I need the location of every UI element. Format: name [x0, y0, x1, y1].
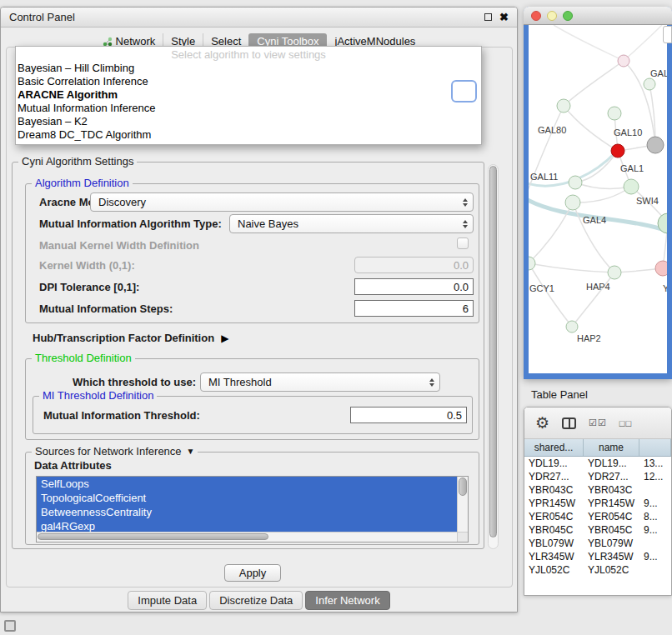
combo-arrows-icon: [429, 378, 434, 387]
table-cell: YER054C: [584, 510, 639, 523]
network-node[interactable]: [569, 176, 582, 189]
mi-threshold-field[interactable]: 0.5: [350, 407, 467, 423]
list-horizontal-scrollbar[interactable]: [37, 532, 457, 542]
mi-algorithm-type-value: Naive Bayes: [238, 218, 298, 230]
mi-threshold-definition-group: MI Threshold Definition Mutual Informati…: [33, 396, 473, 434]
list-item-selfloops[interactable]: SelfLoops: [37, 477, 457, 491]
settings-scrollbar[interactable]: [488, 164, 499, 549]
column-header-2[interactable]: [639, 439, 671, 456]
network-canvas[interactable]: GALGAL80GAL10GAL11GAL1SWI4GAL4GCY1HAP4HA…: [529, 25, 667, 373]
network-toolbar-fragment: [663, 26, 672, 43]
table-cell: 8...: [639, 510, 671, 523]
list-item-gal4rgexp[interactable]: gal4RGexp: [37, 519, 457, 532]
network-node[interactable]: [608, 266, 621, 279]
tab-discretize-data[interactable]: Discretize Data: [209, 591, 303, 610]
node-label: GAL4: [583, 215, 606, 225]
dropdown-item-bayesian-k2[interactable]: Bayesian – K2: [16, 115, 481, 128]
table-row[interactable]: YER054CYER054C8...: [524, 510, 671, 523]
data-attributes-listbox[interactable]: SelfLoopsTopologicalCoefficientBetweenne…: [36, 476, 469, 542]
minimized-panel-icon[interactable]: [4, 620, 16, 632]
table-cell: YBR043C: [584, 483, 639, 497]
table-cell: 13...: [639, 457, 671, 470]
hub-definition-label: Hub/Transcription Factor Definition: [33, 332, 214, 344]
network-node[interactable]: [624, 179, 639, 194]
hub-definition-toggle[interactable]: Hub/Transcription Factor Definition ▶: [33, 332, 228, 344]
network-edge: [529, 263, 572, 327]
kernel-width-field[interactable]: 0.0: [354, 257, 474, 273]
table-row[interactable]: YBL079WYBL079W: [524, 537, 671, 550]
table-cell: YBR043C: [524, 483, 584, 497]
table-row[interactable]: YDL19...YDL19...13...: [524, 457, 671, 470]
table-cell: 9...: [639, 523, 671, 537]
table-row[interactable]: YPR145WYPR145W9...: [524, 497, 671, 510]
minimize-traffic-light-icon[interactable]: [547, 11, 557, 21]
table-row[interactable]: YBR045CYBR045C9...: [524, 523, 671, 537]
dropdown-placeholder: Select algorithm to view settings: [16, 47, 481, 62]
network-node[interactable]: [566, 321, 578, 332]
scrollbar-thumb[interactable]: [489, 166, 497, 538]
mi-algorithm-type-select[interactable]: Naive Bayes: [229, 214, 474, 233]
table-cell: YDL19...: [584, 457, 639, 470]
network-node[interactable]: [647, 137, 664, 153]
node-label: GAL1: [620, 163, 644, 173]
dpi-tolerance-field[interactable]: 0.0: [354, 278, 474, 295]
table-cell: YDR27...: [584, 470, 639, 483]
dropdown-item-basic-correlation-inference[interactable]: Basic Correlation Inference: [16, 75, 481, 88]
network-node[interactable]: [565, 195, 580, 210]
unchecked-boxes-icon[interactable]: □□: [619, 418, 632, 428]
zoom-traffic-light-icon[interactable]: [563, 11, 573, 21]
float-window-icon[interactable]: [484, 13, 492, 21]
help-button[interactable]: [451, 80, 477, 102]
checked-boxes-icon[interactable]: ☑☑: [589, 418, 607, 428]
aracne-mode-select[interactable]: Discovery: [90, 192, 474, 212]
expand-arrow-icon: ▶: [221, 332, 228, 344]
table-cell: [639, 537, 671, 550]
which-threshold-select[interactable]: MI Threshold: [200, 372, 440, 392]
table-row[interactable]: YBR043CYBR043C: [524, 483, 671, 497]
dropdown-item-dream8-dc-tdc-algorithm[interactable]: Dream8 DC_TDC Algorithm: [16, 128, 481, 142]
close-icon[interactable]: ✖: [499, 12, 509, 22]
network-node[interactable]: [608, 107, 621, 120]
list-item-betweennesscentrality[interactable]: BetweennessCentrality: [37, 505, 457, 519]
gear-icon[interactable]: ⚙: [535, 415, 549, 431]
table-cell: YLR345W: [584, 550, 639, 563]
list-item-topologicalcoefficient[interactable]: TopologicalCoefficient: [37, 491, 457, 505]
dropdown-item-mutual-information-inference[interactable]: Mutual Information Inference: [16, 102, 481, 115]
table-row[interactable]: YDR27...YDR27...12...: [524, 470, 671, 483]
table-row[interactable]: YJL052CYJL052C: [524, 563, 671, 577]
network-node[interactable]: [618, 55, 629, 67]
network-node[interactable]: [644, 78, 655, 90]
close-traffic-light-icon[interactable]: [531, 11, 541, 21]
column-header-0[interactable]: shared...: [524, 439, 584, 456]
mi-threshold-label: Mutual Information Threshold:: [43, 409, 200, 422]
network-node[interactable]: [655, 261, 667, 276]
column-header-1[interactable]: name: [584, 439, 639, 456]
table-panel-window: ⚙ ☑☑ □□ shared...name YDL19...YDL19...13…: [524, 407, 672, 596]
apply-button[interactable]: Apply: [224, 564, 281, 582]
table-cell: YDL19...: [524, 457, 584, 470]
network-node[interactable]: [529, 257, 535, 270]
network-window-titlebar[interactable]: [524, 7, 672, 25]
network-node[interactable]: [557, 99, 570, 112]
algorithm-definition-title: Algorithm Definition: [32, 177, 133, 189]
dropdown-item-bayesian-hill-climbing[interactable]: Bayesian – Hill Climbing: [16, 62, 481, 75]
table-body: YDL19...YDL19...13...YDR27...YDR27...12.…: [524, 457, 671, 577]
table-row[interactable]: YLR345WYLR345W9...: [524, 550, 671, 563]
network-tab-icon: [103, 37, 113, 47]
dropdown-item-aracne-algorithm[interactable]: ARACNE Algorithm: [16, 88, 481, 102]
mi-steps-field[interactable]: 6: [354, 300, 474, 317]
scrollbar-thumb[interactable]: [38, 533, 268, 540]
data-attributes-list: SelfLoopsTopologicalCoefficientBetweenne…: [37, 477, 457, 532]
manual-kernel-width-checkbox[interactable]: [457, 238, 469, 249]
columns-icon[interactable]: [562, 418, 576, 429]
network-edge: [624, 25, 662, 61]
control-panel-titlebar[interactable]: Control Panel ✖: [1, 8, 517, 28]
tab-infer-network[interactable]: Infer Network: [305, 591, 389, 610]
table-cell: [639, 563, 671, 577]
list-vertical-scrollbar[interactable]: [457, 477, 468, 532]
network-node[interactable]: [611, 144, 624, 158]
tab-impute-data[interactable]: Impute Data: [128, 591, 207, 610]
which-threshold-value: MI Threshold: [208, 376, 272, 388]
collapse-arrow-icon[interactable]: ▼: [187, 447, 195, 456]
scrollbar-thumb[interactable]: [459, 478, 467, 496]
